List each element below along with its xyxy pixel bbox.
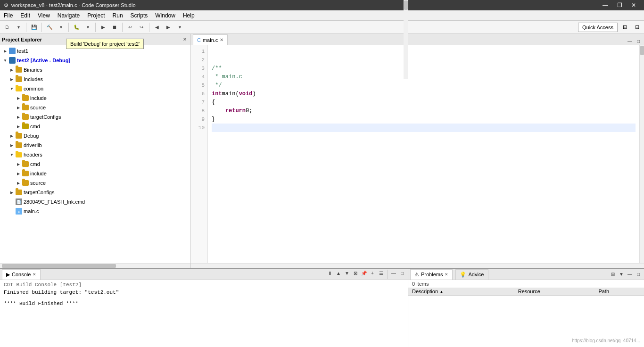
perspective-btn[interactable]: ⊞ bbox=[619, 22, 630, 33]
arrow-mainc[interactable]: ▶ bbox=[8, 209, 15, 214]
vscroll-thumb bbox=[640, 46, 644, 55]
arrow-targetConfigs[interactable]: ▶ bbox=[8, 190, 15, 195]
minimize-button[interactable]: — bbox=[599, 0, 612, 10]
problems-tab-close[interactable]: ✕ bbox=[445, 272, 448, 277]
tree-item-includes[interactable]: ▶ Includes bbox=[0, 74, 190, 84]
problems-expand-btn[interactable]: ▼ bbox=[618, 271, 625, 278]
code-area[interactable]: /** * main.c */ int main(void) { return … bbox=[208, 45, 639, 263]
close-button[interactable]: ✕ bbox=[627, 0, 640, 10]
console-clear-btn[interactable]: ⊠ bbox=[352, 270, 359, 277]
tree-item-flash-lnk[interactable]: ▶ 📄 280049C_FLASH_lnk.cmd bbox=[0, 197, 190, 207]
editor-hscrollbar[interactable] bbox=[191, 263, 644, 268]
toolbar-build-btn[interactable]: 🔨 bbox=[44, 22, 55, 33]
toolbar-run-btn[interactable]: ▶ bbox=[98, 22, 108, 33]
problems-col-path[interactable]: Path bbox=[594, 288, 644, 296]
console-pin-btn[interactable]: 📌 bbox=[360, 270, 368, 277]
tree-item-common-source[interactable]: ▶ source bbox=[0, 103, 190, 112]
problems-filter-btn[interactable]: ⊞ bbox=[609, 271, 617, 278]
menu-run[interactable]: Run bbox=[109, 10, 127, 20]
tree-item-common-targetConfigs[interactable]: ▶ targetConfigs bbox=[0, 112, 190, 122]
console-maximize-btn[interactable]: □ bbox=[398, 270, 406, 277]
toolbar-build-dropdown[interactable]: ▾ bbox=[56, 22, 66, 33]
tree-item-headers[interactable]: ▼ headers bbox=[0, 150, 190, 159]
toolbar-stop-btn[interactable]: ⏹ bbox=[109, 22, 120, 33]
toolbar-undo-btn[interactable]: ↩ bbox=[125, 22, 135, 33]
arrow-common-targetConfigs[interactable]: ▶ bbox=[15, 115, 22, 119]
toolbar-fwd-dropdown[interactable]: ▾ bbox=[174, 22, 185, 33]
menu-scripts[interactable]: Scripts bbox=[127, 10, 152, 20]
tree-item-targetConfigs[interactable]: ▶ targetConfigs bbox=[0, 188, 190, 197]
tree-item-common[interactable]: ▼ common bbox=[0, 84, 190, 93]
menu-navigate[interactable]: Navigate bbox=[54, 10, 83, 20]
toolbar-redo-btn[interactable]: ↪ bbox=[136, 22, 147, 33]
tree-item-test1[interactable]: ▶ test1 bbox=[0, 46, 190, 56]
label-headers-include: include bbox=[30, 171, 47, 176]
menu-project[interactable]: Project bbox=[83, 10, 108, 20]
console-tab[interactable]: ▶ Console ✕ bbox=[2, 269, 41, 280]
tree-item-common-include[interactable]: ▶ include bbox=[0, 93, 190, 103]
arrow-headers-source[interactable]: ▶ bbox=[15, 181, 22, 185]
tree-container[interactable]: ▶ test1 ▼ test2 [Active - Debug] bbox=[0, 45, 190, 263]
editor-maximize-btn[interactable]: □ bbox=[635, 37, 642, 45]
arrow-headers-include[interactable]: ▶ bbox=[15, 172, 22, 176]
problems-col-resource[interactable]: Resource bbox=[514, 288, 595, 296]
tree-item-mainc[interactable]: ▶ c main.c bbox=[0, 207, 190, 216]
tree-item-driverlib[interactable]: ▶ driverlib bbox=[0, 140, 190, 150]
console-tab-close[interactable]: ✕ bbox=[33, 272, 36, 277]
tree-item-binaries[interactable]: ▶ Binaries bbox=[0, 65, 190, 74]
arrow-common[interactable]: ▼ bbox=[8, 87, 15, 91]
tree-item-headers-include[interactable]: ▶ include bbox=[0, 169, 190, 178]
console-scroll-lock-btn[interactable]: ⏸ bbox=[326, 270, 334, 277]
toolbar-save-btn[interactable]: 💾 bbox=[29, 22, 39, 33]
tree-item-common-cmd[interactable]: ▶ cmd bbox=[0, 122, 190, 131]
console-view-btn[interactable]: ☰ bbox=[377, 270, 385, 277]
tree-item-headers-cmd[interactable]: ▶ cmd bbox=[0, 159, 190, 169]
menu-edit[interactable]: Edit bbox=[17, 10, 34, 20]
toolbar-btn2[interactable]: ▾ bbox=[13, 22, 24, 33]
editor-vscrollbar[interactable] bbox=[639, 45, 644, 263]
arrow-test2[interactable]: ▼ bbox=[2, 58, 8, 63]
arrow-common-include[interactable]: ▶ bbox=[15, 96, 22, 100]
tab-close-btn[interactable]: ✕ bbox=[220, 37, 223, 42]
arrow-flash-lnk[interactable]: ▶ bbox=[8, 200, 15, 204]
tree-item-test2[interactable]: ▼ test2 [Active - Debug] bbox=[0, 56, 190, 65]
toolbar-back-btn[interactable]: ◀ bbox=[152, 22, 162, 33]
arrow-driverlib[interactable]: ▶ bbox=[8, 143, 15, 148]
toolbar-new-btn[interactable]: 🗋 bbox=[2, 22, 12, 33]
console-icon: ▶ bbox=[6, 272, 10, 278]
arrow-common-source[interactable]: ▶ bbox=[15, 106, 22, 110]
problems-tab[interactable]: ⚠ Problems ✕ bbox=[410, 269, 453, 280]
toolbar-sep3 bbox=[68, 23, 69, 32]
toolbar-debug-btn[interactable]: 🐛 bbox=[71, 22, 82, 33]
panel-close-btn[interactable]: ✕ bbox=[181, 36, 189, 43]
view-menu-btn[interactable]: ⊟ bbox=[632, 22, 642, 33]
arrow-includes[interactable]: ▶ bbox=[8, 77, 15, 82]
quick-access-box[interactable]: Quick Access bbox=[578, 23, 618, 32]
maximize-button[interactable]: ❐ bbox=[613, 0, 626, 10]
console-scroll-down-btn[interactable]: ▼ bbox=[343, 270, 351, 277]
console-scroll-up-btn[interactable]: ▲ bbox=[335, 270, 342, 277]
arrow-debug[interactable]: ▶ bbox=[8, 134, 15, 138]
menu-help[interactable]: Help bbox=[179, 10, 198, 20]
editor-minimize-btn[interactable]: — bbox=[626, 37, 634, 45]
menu-file[interactable]: File bbox=[0, 10, 17, 20]
arrow-headers[interactable]: ▼ bbox=[8, 153, 15, 157]
arrow-binaries[interactable]: ▶ bbox=[8, 68, 15, 72]
problems-maximize-btn[interactable]: □ bbox=[635, 271, 642, 278]
tree-item-headers-source[interactable]: ▶ source bbox=[0, 178, 190, 188]
problems-minimize-btn[interactable]: — bbox=[626, 271, 634, 278]
menu-window[interactable]: Window bbox=[151, 10, 179, 20]
console-minimize-btn[interactable]: — bbox=[390, 270, 397, 277]
advice-tab[interactable]: 💡 Advice bbox=[455, 269, 488, 280]
toolbar-debug-dropdown[interactable]: ▾ bbox=[83, 22, 93, 33]
tree-hscroll[interactable] bbox=[0, 263, 190, 268]
toolbar-forward-btn[interactable]: ▶ bbox=[163, 22, 173, 33]
editor-tab-mainc[interactable]: C main.c ✕ bbox=[193, 34, 228, 45]
console-new-btn[interactable]: + bbox=[369, 270, 376, 277]
menu-view[interactable]: View bbox=[34, 10, 54, 20]
tree-item-debug[interactable]: ▶ Debug bbox=[0, 131, 190, 140]
arrow-common-cmd[interactable]: ▶ bbox=[15, 124, 22, 129]
problems-col-description[interactable]: Description ▲ bbox=[408, 288, 514, 296]
arrow-headers-cmd[interactable]: ▶ bbox=[15, 162, 22, 166]
arrow-test1[interactable]: ▶ bbox=[2, 49, 8, 53]
